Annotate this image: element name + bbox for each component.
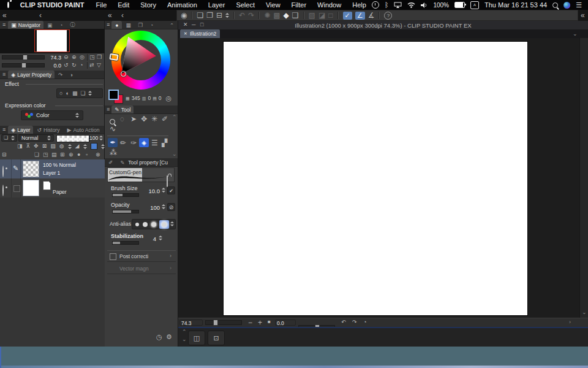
border-effect-icon[interactable]: ○ — [59, 91, 62, 96]
statusbar-zoom-out-icon[interactable]: − — [248, 319, 252, 326]
menu-help[interactable]: Help — [347, 1, 372, 9]
tab-animation-cel[interactable]: ↷ — [55, 71, 66, 79]
save-options-stepper[interactable] — [225, 13, 229, 18]
menu-view[interactable]: View — [260, 1, 286, 9]
selection-tool-icon[interactable]: ◌ — [120, 115, 124, 123]
canvas-viewport[interactable]: ⌄ — [178, 38, 588, 318]
airplay-icon[interactable] — [394, 2, 402, 8]
fit-to-window-icon[interactable]: ❒ — [97, 55, 102, 60]
statusbar-rotate-cw-icon[interactable]: ↷ — [352, 320, 357, 325]
opacity-dynamics-button[interactable]: ⊘ — [167, 203, 175, 211]
layer-palette-selector[interactable]: ❏ — [1, 134, 17, 142]
collapse-command-bar-icon[interactable]: « — [581, 12, 585, 19]
navigator-rotate-handle[interactable] — [21, 63, 26, 68]
reset-display-icon[interactable]: ▽ — [97, 63, 101, 68]
spotlight-icon[interactable] — [552, 2, 558, 8]
statusbar-fit-icon[interactable]: ■ — [268, 320, 271, 324]
timeline-panel-button[interactable]: ◫ — [188, 331, 205, 345]
pencil-tool-icon[interactable]: ✏ — [120, 139, 126, 147]
opacity-slider[interactable] — [112, 210, 139, 213]
hue-ring-selector[interactable] — [109, 53, 118, 61]
collapse-left-column-icon[interactable]: « — [2, 12, 7, 19]
input-source-icon[interactable]: A — [470, 1, 479, 9]
menu-file[interactable]: File — [91, 1, 113, 9]
gradient-tool-icon[interactable]: ◪ — [318, 12, 325, 19]
tool-property-title[interactable]: Tool property [Cu — [128, 159, 176, 166]
move-tool-icon[interactable]: ✥ — [141, 115, 147, 123]
merge-with-lower-layer-icon[interactable]: ⊕ — [69, 152, 74, 158]
sv-triangle-selector[interactable] — [121, 71, 126, 77]
stabilization-value[interactable]: 4 — [148, 236, 156, 242]
tab-layer[interactable]: ◈ Layer — [8, 126, 33, 134]
expression-color-dropdown[interactable]: Color — [21, 110, 83, 120]
menu-animation[interactable]: Animation — [162, 1, 203, 9]
deselect-icon[interactable]: ▩ — [273, 12, 280, 19]
airbrush-tool-icon[interactable]: ▞ — [162, 139, 167, 147]
siri-icon[interactable] — [564, 2, 570, 9]
brush-size-dynamics-button[interactable]: ✔ — [167, 186, 175, 194]
eyedropper-tool-icon[interactable]: ✐ — [162, 115, 168, 123]
document-title-bar[interactable]: ✕ ─ □ Illustration2 (1000 x 900px 300dpi… — [178, 21, 588, 30]
statusbar-collapse-chevron-icon[interactable]: › — [569, 320, 571, 325]
status-menu-icon[interactable] — [372, 1, 379, 9]
menu-layer[interactable]: Layer — [203, 1, 231, 9]
statusbar-reset-rotation-icon[interactable]: ◔ — [363, 320, 366, 325]
blend-tool-icon[interactable]: ⁂ — [110, 149, 117, 156]
post-correction-row[interactable]: Post correcti › — [107, 250, 176, 262]
rotate-reset-icon[interactable]: ◔ — [80, 63, 83, 68]
document-tab-close-icon[interactable]: ✕ — [184, 31, 187, 36]
antialias-stepper[interactable] — [170, 221, 174, 226]
new-layer-dialog-icon[interactable]: ◳ — [43, 152, 48, 158]
tab-sub-tool[interactable]: ✐ — [105, 158, 116, 166]
straight-line-icon[interactable]: ▧ — [309, 12, 315, 19]
blend-mode-dropdown[interactable]: Normal — [18, 134, 54, 142]
open-file-icon[interactable]: ❐ — [206, 12, 213, 19]
menu-bar-clock[interactable]: Thu Mar 16 21 53 44 — [484, 1, 547, 9]
document-tab[interactable]: ✕ Illustration2 — [180, 29, 220, 38]
hue-ring[interactable] — [111, 31, 170, 90]
tab-layer-property[interactable]: ◈ Layer Property — [8, 71, 55, 79]
volume-icon[interactable] — [421, 2, 428, 8]
ruler-range-icon[interactable]: ◢ — [75, 144, 80, 149]
battery-icon[interactable] — [454, 2, 465, 8]
stabilization-slider[interactable] — [112, 241, 139, 245]
decoration-tool-icon[interactable]: ◈ — [139, 138, 149, 147]
enable-mask-icon[interactable]: ◍ — [59, 144, 64, 149]
tab-tone[interactable]: ◑ — [66, 71, 77, 79]
tool-scroll-up-icon[interactable]: ⌃ — [172, 115, 177, 120]
tool-property-settings-wrench-icon[interactable]: ⚙ — [166, 334, 172, 340]
create-layer-mask-icon[interactable]: ● — [77, 152, 80, 158]
tab-sub-tool-2[interactable]: ✎ — [116, 158, 128, 166]
tool-panel-menu-icon[interactable]: ≡ — [105, 107, 111, 112]
color-dialog-icon[interactable]: ◎ — [166, 95, 172, 102]
layer1-name[interactable]: Layer 1 — [43, 170, 60, 176]
zoom-in-icon[interactable]: ⊕ — [72, 55, 77, 60]
opacity-value[interactable]: 100 — [143, 204, 160, 211]
statusbar-zoom-in-icon[interactable]: + — [258, 319, 262, 326]
navigator-rotate-slider[interactable] — [2, 63, 45, 67]
menu-window[interactable]: Window — [312, 1, 347, 9]
layer-row-layer1[interactable]: ✎ 100 % Normal Layer 1 — [0, 159, 105, 179]
layer-property-menu-icon[interactable]: ≡ — [0, 72, 8, 77]
snap-to-special-ruler-icon[interactable]: ∠ — [355, 12, 365, 20]
brush-size-stepper[interactable] — [162, 188, 165, 193]
brush-size-value[interactable]: 10.0 — [143, 188, 160, 194]
reference-layer-icon[interactable]: ⊼ — [26, 144, 31, 149]
new-raster-layer-icon[interactable]: ❏ — [34, 152, 39, 158]
scrollbar-down-chevron-icon[interactable]: ⌄ — [582, 310, 587, 315]
statusbar-zoom-value[interactable]: 74.3 — [179, 320, 203, 326]
paper-edit-checkbox[interactable] — [13, 185, 20, 192]
post-correction-expand-icon[interactable]: › — [170, 253, 172, 259]
select-gear-icon[interactable]: ✺ — [264, 12, 270, 19]
tab-color-set[interactable]: ▦ — [122, 21, 134, 29]
change-palette-layout-icon[interactable]: ⊟ — [2, 152, 7, 158]
collapse-mid-panel-icon[interactable]: ‹ — [121, 12, 124, 19]
layer-row-paper[interactable]: Paper — [0, 178, 105, 198]
vector-magnet-row[interactable]: Vector magn › — [107, 263, 176, 274]
pen-tool-icon[interactable]: ✒ — [108, 138, 118, 147]
effect-stepper[interactable] — [88, 91, 92, 96]
navigator-panel-menu-icon[interactable]: ≡ — [0, 22, 8, 28]
zoom-tool-icon[interactable] — [110, 119, 115, 125]
foreground-color-swatch[interactable] — [108, 90, 119, 100]
statusbar-zoom-slider[interactable] — [205, 320, 242, 325]
